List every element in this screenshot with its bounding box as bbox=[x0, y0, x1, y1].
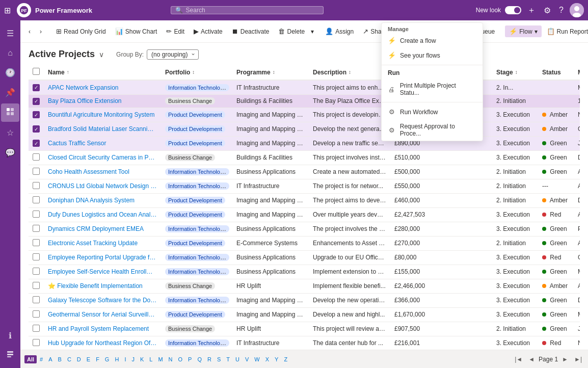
alpha-V[interactable]: V bbox=[243, 355, 251, 363]
col-header-stage[interactable]: Stage↕ bbox=[492, 65, 538, 80]
alpha-M[interactable]: M bbox=[155, 355, 165, 363]
row-check[interactable]: ✓ bbox=[29, 95, 44, 108]
dropdown-create-flow[interactable]: ⚡ Create a flow bbox=[382, 33, 483, 48]
row-check[interactable] bbox=[29, 222, 44, 236]
alpha-D[interactable]: D bbox=[74, 355, 84, 363]
row-check[interactable] bbox=[29, 236, 44, 250]
row-check[interactable] bbox=[29, 279, 44, 293]
nav-home[interactable]: ⌂ bbox=[1, 44, 19, 62]
alpha-C[interactable]: C bbox=[65, 355, 74, 363]
row-check[interactable] bbox=[29, 307, 44, 322]
alpha-J[interactable]: J bbox=[129, 355, 137, 363]
dropdown-run-workflow[interactable]: ⚙ Run Workflow bbox=[382, 104, 483, 119]
alpha-G[interactable]: G bbox=[102, 355, 112, 363]
row-name[interactable]: Cactus Traffic Sensor bbox=[44, 136, 161, 150]
row-name[interactable]: Dynamics CRM Deployment EMEA bbox=[44, 222, 161, 236]
nav-hamburger[interactable]: ☰ bbox=[1, 24, 19, 42]
nav-pinned[interactable]: 📌 bbox=[1, 84, 19, 101]
row-name[interactable]: HR and Payroll System Replacement bbox=[44, 322, 161, 336]
alpha-Y[interactable]: Y bbox=[272, 355, 281, 363]
assign-button[interactable]: 👤 Assign bbox=[321, 25, 358, 37]
delete-button[interactable]: 🗑 Delete bbox=[274, 25, 309, 37]
col-header-status[interactable]: Status bbox=[538, 65, 574, 80]
row-checkbox[interactable] bbox=[33, 196, 40, 203]
row-name[interactable]: APAC Network Expansion bbox=[44, 80, 161, 95]
alpha-H[interactable]: H bbox=[112, 355, 121, 363]
add-icon[interactable]: ＋ bbox=[525, 3, 538, 18]
dropdown-print-status[interactable]: 🖨 Print Multiple Project Statu... bbox=[382, 78, 483, 100]
row-checkbox[interactable]: ✓ bbox=[33, 84, 40, 91]
alpha-T[interactable]: T bbox=[224, 355, 232, 363]
row-name[interactable]: Doniphan DNA Analysis System bbox=[44, 193, 161, 207]
alpha-F[interactable]: F bbox=[93, 355, 102, 363]
edit-button[interactable]: ✏ Edit bbox=[162, 25, 189, 37]
col-header-name[interactable]: Name↑ bbox=[44, 65, 161, 80]
avatar[interactable] bbox=[570, 3, 584, 17]
row-name[interactable]: Galaxy Telescope Software for the Domin.… bbox=[44, 293, 161, 307]
alpha-L[interactable]: L bbox=[147, 355, 155, 363]
help-icon[interactable]: ? bbox=[557, 4, 566, 17]
apps-icon[interactable]: ⊞ bbox=[4, 6, 11, 15]
row-check[interactable] bbox=[29, 207, 44, 222]
row-checkbox[interactable] bbox=[33, 168, 40, 175]
row-check[interactable] bbox=[29, 250, 44, 265]
alpha-E[interactable]: E bbox=[84, 355, 93, 363]
row-checkbox[interactable] bbox=[33, 182, 40, 189]
row-checkbox[interactable]: ✓ bbox=[33, 111, 40, 118]
row-check[interactable] bbox=[29, 265, 44, 279]
row-name[interactable]: Bay Plaza Office Extension bbox=[44, 95, 161, 108]
new-look-toggle[interactable] bbox=[505, 6, 521, 14]
row-checkbox[interactable] bbox=[33, 253, 40, 260]
search-input[interactable] bbox=[186, 7, 319, 14]
row-checkbox[interactable] bbox=[33, 296, 40, 303]
prev-page-btn[interactable]: ◄ bbox=[526, 355, 537, 364]
nav-bottom[interactable] bbox=[1, 347, 19, 364]
alpha-A[interactable]: A bbox=[46, 355, 55, 363]
row-name[interactable]: Employee Self-Service Health Enrollment bbox=[44, 265, 161, 279]
alpha-R[interactable]: R bbox=[205, 355, 214, 363]
nav-star[interactable]: ☆ bbox=[1, 124, 19, 142]
alpha-#[interactable]: # bbox=[37, 355, 45, 363]
alpha-O[interactable]: O bbox=[176, 355, 185, 363]
alpha-U[interactable]: U bbox=[233, 355, 242, 363]
row-name[interactable]: Electronic Asset Tracking Update bbox=[44, 236, 161, 250]
first-page-btn[interactable]: |◄ bbox=[513, 355, 524, 364]
alpha-Q[interactable]: Q bbox=[195, 355, 204, 363]
row-check[interactable] bbox=[29, 322, 44, 336]
settings-icon[interactable]: ⚙ bbox=[542, 4, 553, 17]
col-header-manager[interactable]: Manager bbox=[574, 65, 580, 80]
row-checkbox[interactable] bbox=[33, 211, 40, 218]
row-checkbox[interactable] bbox=[33, 282, 40, 289]
row-check[interactable]: ✓ bbox=[29, 108, 44, 122]
row-check[interactable] bbox=[29, 293, 44, 307]
row-name[interactable]: Bountiful Agriculture Monitoring System bbox=[44, 108, 161, 122]
last-page-btn[interactable]: ►| bbox=[572, 355, 584, 364]
row-name[interactable]: Coho Health Assessment Tool bbox=[44, 165, 161, 179]
row-name[interactable]: Employee Reporting Portal Upgrade for ..… bbox=[44, 250, 161, 265]
row-name[interactable]: CRONUS Ltd Global Network Design and... bbox=[44, 179, 161, 193]
row-name[interactable]: Closed Circuit Security Cameras in Parki… bbox=[44, 150, 161, 165]
alpha-K[interactable]: K bbox=[138, 355, 146, 363]
row-check[interactable]: ✓ bbox=[29, 136, 44, 150]
group-by-select[interactable]: (no grouping) bbox=[147, 49, 199, 60]
row-checkbox[interactable] bbox=[33, 310, 40, 318]
row-checkbox[interactable] bbox=[33, 268, 40, 275]
row-name[interactable]: Hub Upgrade for Northeast Region Offices bbox=[44, 336, 161, 350]
nav-recent[interactable]: 🕐 bbox=[1, 64, 19, 82]
dropdown-request-approval[interactable]: ⚙ Request Approval to Proce... bbox=[382, 119, 483, 141]
row-name[interactable]: Geothermal Sensor for Aerial Surveillanc… bbox=[44, 307, 161, 322]
alpha-N[interactable]: N bbox=[166, 355, 175, 363]
row-checkbox[interactable] bbox=[33, 339, 40, 346]
alpha-P[interactable]: P bbox=[185, 355, 194, 363]
row-check[interactable]: ✓ bbox=[29, 122, 44, 136]
row-name[interactable]: ⭐ Flexible Benefit Implementation bbox=[44, 279, 161, 293]
readonly-grid-button[interactable]: ⊞ Read Only Grid bbox=[52, 25, 110, 37]
row-check[interactable] bbox=[29, 193, 44, 207]
row-checkbox[interactable]: ✓ bbox=[33, 140, 40, 147]
row-check[interactable] bbox=[29, 336, 44, 350]
alpha-Z[interactable]: Z bbox=[281, 355, 290, 363]
run-report-button[interactable]: 📋 Run Report ▾ bbox=[543, 25, 588, 37]
show-chart-button[interactable]: 📊 Show Chart bbox=[111, 25, 162, 37]
page-title-chevron[interactable]: ∨ bbox=[99, 50, 104, 59]
flow-button[interactable]: ⚡ Flow ▾ bbox=[505, 25, 541, 37]
